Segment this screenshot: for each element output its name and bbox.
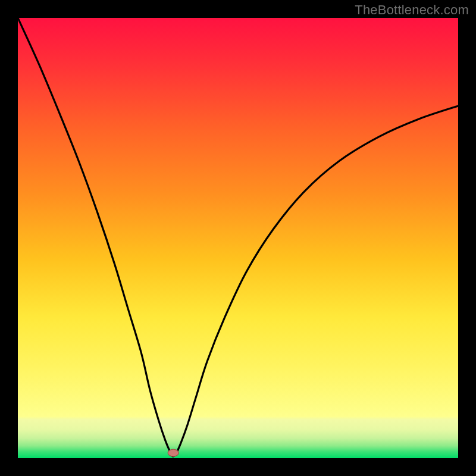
watermark-text: TheBottleneck.com — [355, 2, 469, 18]
chart-stage: TheBottleneck.com — [0, 0, 476, 476]
bottleneck-chart — [0, 0, 476, 476]
plot-background — [18, 18, 458, 458]
optimal-point-marker — [168, 449, 178, 456]
